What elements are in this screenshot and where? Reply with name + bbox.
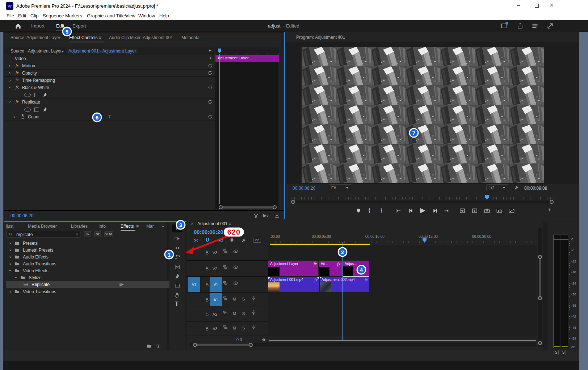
count-value[interactable]: 7 <box>108 114 111 119</box>
toggle-track-output-eye-icon[interactable] <box>233 264 239 270</box>
track-lock-icon[interactable] <box>205 297 210 302</box>
tab-audio-clip-mixer[interactable]: Audio Clip Mixer: Adjustment 001 <box>109 35 173 40</box>
chevron-right-icon[interactable]: › <box>9 70 10 76</box>
reset-icon[interactable] <box>207 85 213 90</box>
timeline-ruler[interactable]: :00:00 00:00:05:00 00:00:10:00 00:00:15:… <box>268 234 537 244</box>
program-resolution-select[interactable]: 1/2 <box>486 184 508 191</box>
fx-badge-icon[interactable]: fx <box>16 70 19 76</box>
chevron-right-icon[interactable]: › <box>9 63 10 68</box>
comparison-view-icon[interactable] <box>496 207 503 214</box>
tree-item-presets[interactable]: › Presets <box>6 240 169 247</box>
mark-in-icon[interactable]: { <box>369 207 371 214</box>
add-marker-icon[interactable] <box>229 237 235 243</box>
mask-pen-icon[interactable] <box>42 107 48 112</box>
close-button[interactable]: × <box>550 1 554 9</box>
ec-row-motion[interactable]: › fx Motion <box>4 62 215 70</box>
program-timecode[interactable]: 00:00:06:20 <box>293 186 315 191</box>
mask-ellipse-icon[interactable] <box>24 108 31 112</box>
ripple-edit-tool[interactable] <box>174 245 181 251</box>
track-a1-target[interactable]: A1 <box>210 293 222 306</box>
chevron-right-icon[interactable]: › <box>13 114 15 119</box>
menu-help[interactable]: Help <box>159 13 169 18</box>
menu-edit[interactable]: Edit <box>18 13 26 18</box>
timeline-playhead-line[interactable] <box>343 242 343 340</box>
mark-out-icon[interactable]: } <box>380 207 382 214</box>
track-select-forward-tool[interactable] <box>174 235 181 242</box>
ec-row-black-white[interactable]: › fx Black & White <box>4 84 215 91</box>
master-gain-value[interactable]: 0.0 <box>236 337 242 342</box>
effect-controls-menu-icon[interactable]: ≡ <box>99 35 101 40</box>
program-hscrollbar[interactable] <box>291 201 554 203</box>
stopwatch-icon[interactable] <box>20 114 25 119</box>
fullscreen-icon[interactable] <box>547 22 554 29</box>
solo-left-button[interactable]: S <box>554 350 559 355</box>
menu-markers[interactable]: Markers <box>65 13 82 18</box>
play-icon[interactable]: ▶ <box>420 206 425 214</box>
menu-file[interactable]: File <box>7 13 14 18</box>
effects-menu-icon[interactable]: ≡ <box>136 224 139 229</box>
tab-import[interactable]: Import <box>31 23 45 29</box>
tree-item-audio-transitions[interactable]: › Audio Transitions <box>6 260 169 267</box>
effects-search-input[interactable]: replicate × <box>7 231 80 237</box>
sync-lock-icon[interactable] <box>223 248 228 254</box>
track-lock-icon[interactable] <box>205 266 210 271</box>
reset-icon[interactable] <box>207 114 213 119</box>
voiceover-record-mic-icon[interactable] <box>251 310 256 315</box>
track-v3-label[interactable]: V3 <box>213 251 217 255</box>
reset-icon[interactable] <box>207 63 213 68</box>
menu-clip[interactable]: Clip <box>30 13 38 18</box>
voiceover-record-mic-icon[interactable] <box>251 295 256 301</box>
chevron-down-icon[interactable]: › <box>13 277 19 278</box>
program-settings-wrench-icon[interactable] <box>513 185 520 191</box>
reset-icon[interactable] <box>207 70 213 76</box>
tab-export[interactable]: Export <box>72 23 86 29</box>
fit-sequence-icon[interactable] <box>261 337 266 342</box>
chevron-down-icon[interactable]: › <box>7 101 13 102</box>
program-menu-icon[interactable]: ≡ <box>339 35 341 40</box>
progress-dashboard-icon[interactable] <box>501 22 508 29</box>
track-v2-label[interactable]: V2 <box>213 266 217 271</box>
timeline-tab-close-icon[interactable]: × <box>191 221 193 226</box>
fx-badge-icon[interactable]: fx <box>16 85 19 90</box>
voiceover-record-mic-icon[interactable] <box>251 324 256 330</box>
chevron-right-icon[interactable]: › <box>9 289 11 294</box>
slip-tool[interactable] <box>174 264 181 270</box>
menu-graphics-titles[interactable]: Graphics and Titles <box>87 13 127 18</box>
global-fx-mute-icon[interactable] <box>508 207 515 214</box>
tab-metadata[interactable]: Metadata <box>181 35 200 40</box>
timeline-menu-icon[interactable]: ≡ <box>228 221 231 226</box>
mask-rect-icon[interactable] <box>34 93 39 97</box>
tree-item-video-effects[interactable]: › Video Effects <box>6 267 169 274</box>
filter-32bit-button[interactable]: 32 <box>94 231 101 237</box>
ec-scroll-right-icon[interactable]: ▶ <box>209 49 211 52</box>
track-lock-icon[interactable] <box>205 312 210 317</box>
tab-project[interactable]: ljust <box>6 224 13 229</box>
timeline-hscrollbar[interactable] <box>189 343 536 346</box>
magnet-snap-icon[interactable] <box>205 237 210 243</box>
solo-button[interactable]: S <box>242 297 245 301</box>
filter-properties-icon[interactable] <box>253 213 259 219</box>
tree-item-lumetri-presets[interactable]: › Lumetri Presets <box>6 247 169 253</box>
track-a3-label[interactable]: A3 <box>213 327 217 331</box>
clip-adjustment-layer-3-selected[interactable]: Adjus... <box>343 261 369 277</box>
chevron-right-icon[interactable]: › <box>9 261 11 266</box>
mute-button[interactable]: M <box>233 311 236 316</box>
ec-row-opacity[interactable]: › fx Opacity <box>4 70 215 77</box>
hand-tool[interactable] <box>174 292 181 298</box>
tab-effect-controls[interactable]: Effect Controls <box>69 35 97 40</box>
audio-meter[interactable] <box>553 235 568 348</box>
rectangle-tool[interactable] <box>174 282 181 289</box>
tabs-overflow-icon[interactable]: » <box>161 224 164 229</box>
new-custom-bin-icon[interactable] <box>146 343 152 349</box>
clip-fx-badge[interactable]: fx <box>337 261 340 267</box>
tree-item-stylize[interactable]: › Stylize <box>6 274 169 281</box>
toggle-track-output-eye-icon[interactable] <box>233 248 239 254</box>
razor-tool[interactable] <box>174 254 181 261</box>
export-frame-icon[interactable] <box>274 213 280 219</box>
step-back-icon[interactable] <box>408 207 414 214</box>
sync-lock-icon[interactable] <box>223 310 228 315</box>
tab-markers[interactable]: Mar <box>146 224 154 229</box>
timeline-timecode[interactable]: 00:00:06:20 <box>194 229 223 235</box>
clip-fx-badge[interactable]: fx <box>365 277 368 283</box>
menu-sequence[interactable]: Sequence <box>43 13 64 18</box>
